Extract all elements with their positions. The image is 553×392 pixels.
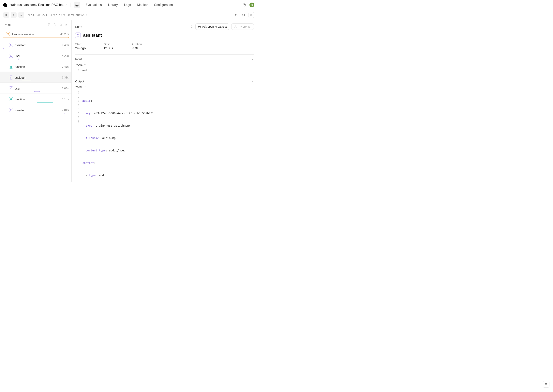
top-nav: braintrustdata.com / Realtime RAG bot Ev… — [0, 0, 257, 10]
input-code: 1 null — [75, 68, 254, 72]
add-span-button[interactable]: Add span to dataset — [195, 23, 229, 30]
trace-heading: Trace — [3, 23, 46, 26]
try-prompt-label: Try prompt — [238, 25, 251, 28]
offset-value: 12.83s — [103, 47, 113, 50]
offset-label: Offset — [103, 42, 113, 46]
detail-panel: Span Add span to dataset Try prompt assi… — [72, 20, 257, 182]
span-label: Span — [75, 25, 82, 28]
add-span-label: Add span to dataset — [202, 25, 227, 28]
trace-row-label: function — [14, 98, 60, 101]
svg-rect-7 — [198, 26, 201, 26]
output-section: Output YAML 1 2 3 4 5 6 7 8 a — [75, 77, 254, 182]
span-meta: Start 2m ago Offset 12.83s Duration 6.33… — [75, 42, 254, 50]
trace-row-duration: 2.46s — [62, 65, 69, 68]
breadcrumb-sep: / — [36, 3, 37, 7]
timer-icon[interactable] — [53, 23, 57, 26]
span-title: assistant — [83, 33, 102, 38]
input-heading[interactable]: Input — [75, 57, 254, 61]
chat-icon — [9, 108, 13, 112]
trace-id: 7cb3964c-2711-47ce-a77c-3cb93a849c03 — [27, 14, 87, 17]
trace-row[interactable]: assistant1.46s — [0, 39, 72, 50]
trace-row[interactable]: user3.03s — [0, 82, 72, 93]
input-section: Input YAML 1 null — [75, 54, 254, 72]
trace-row-root[interactable]: Realtime session 43.28s — [0, 28, 72, 39]
output-code: 1 2 3 4 5 6 7 8 audio: key: a93ef24b-330… — [75, 91, 254, 182]
notes-icon[interactable] — [47, 23, 50, 26]
start-label: Start — [75, 42, 86, 46]
logo-icon — [3, 3, 7, 7]
trace-row-duration: 6.33s — [62, 76, 69, 79]
chat-icon — [9, 43, 13, 47]
breadcrumb-project: Realtime RAG bot — [38, 3, 64, 7]
try-prompt-button[interactable]: Try prompt — [231, 23, 254, 30]
session-icon — [6, 32, 10, 36]
trace-row-label: assistant — [14, 76, 62, 79]
trace-row-label: Realtime session — [11, 33, 60, 36]
avatar[interactable]: O — [250, 3, 254, 7]
divider — [70, 3, 71, 7]
trace-row[interactable]: user4.29s — [0, 50, 72, 61]
main: Trace Realtime session 43.28s — [0, 20, 257, 182]
chat-icon — [9, 86, 13, 90]
next-button[interactable] — [18, 12, 24, 18]
collapse-button[interactable] — [3, 12, 9, 18]
drag-handle-icon[interactable] — [190, 25, 194, 28]
svg-point-3 — [243, 14, 245, 16]
nav-evaluations[interactable]: Evaluations — [83, 2, 105, 8]
nav-configuration[interactable]: Configuration — [151, 2, 176, 8]
function-icon: {} — [9, 97, 13, 101]
trace-row-duration: 10.15s — [60, 98, 69, 101]
trace-row[interactable]: {}function2.46s — [0, 61, 72, 72]
trace-panel: Trace Realtime session 43.28s — [0, 20, 72, 182]
trace-row-duration: 43.28s — [60, 33, 69, 36]
svg-rect-9 — [198, 27, 201, 28]
duration-label: Duration — [131, 42, 142, 46]
sub-bar: 7cb3964c-2711-47ce-a77c-3cb93a849c03 — [0, 10, 257, 20]
duration-value: 6.33s — [131, 47, 142, 50]
trace-row[interactable]: {}function10.15s — [0, 93, 72, 104]
nav-tabs: Evaluations Library Logs Monitor Configu… — [83, 2, 176, 8]
input-format-select[interactable]: YAML — [75, 63, 86, 66]
collapse-sidebar-icon[interactable] — [65, 23, 68, 26]
svg-rect-8 — [198, 26, 201, 27]
trace-row[interactable]: assistant6.33s — [0, 72, 72, 82]
start-value: 2m ago — [75, 47, 86, 50]
chevron-down-icon — [251, 80, 254, 83]
close-button[interactable] — [248, 12, 254, 18]
nav-library[interactable]: Library — [105, 2, 121, 8]
nav-logs[interactable]: Logs — [121, 2, 134, 8]
expand-tree-icon[interactable] — [59, 23, 62, 26]
search-button[interactable] — [241, 12, 247, 18]
tag-button[interactable] — [233, 12, 239, 18]
chevron-down-icon — [251, 58, 254, 61]
output-format-select[interactable]: YAML — [75, 85, 86, 89]
output-heading[interactable]: Output — [75, 80, 254, 83]
trace-row-label: assistant — [14, 43, 62, 47]
nav-monitor[interactable]: Monitor — [134, 2, 150, 8]
trace-row[interactable]: assistant7.81s — [0, 104, 72, 115]
trace-row-duration: 3.03s — [62, 87, 69, 90]
trace-row-duration: 1.46s — [62, 43, 69, 47]
avatar-initial: O — [251, 4, 253, 7]
breadcrumb[interactable]: braintrustdata.com / Realtime RAG bot — [9, 3, 67, 7]
trace-row-label: user — [14, 87, 62, 90]
trace-row-label: assistant — [14, 108, 62, 112]
trace-row-duration: 7.81s — [62, 108, 69, 112]
prev-button[interactable] — [11, 12, 17, 18]
chat-icon — [9, 54, 13, 58]
help-button[interactable] — [241, 2, 247, 8]
trace-row-label: function — [14, 65, 62, 68]
trace-row-duration: 4.29s — [62, 54, 69, 57]
chevron-down-icon[interactable] — [64, 4, 67, 6]
trace-tree: Realtime session 43.28s assistant1.46sus… — [0, 28, 72, 115]
function-icon: {} — [9, 65, 13, 69]
breadcrumb-org: braintrustdata.com — [9, 3, 36, 7]
home-button[interactable] — [74, 2, 80, 8]
svg-point-2 — [236, 14, 236, 14]
caret-down-icon[interactable] — [3, 33, 6, 35]
chat-icon — [9, 76, 13, 79]
chat-icon — [75, 33, 81, 38]
trace-row-label: user — [14, 54, 62, 58]
